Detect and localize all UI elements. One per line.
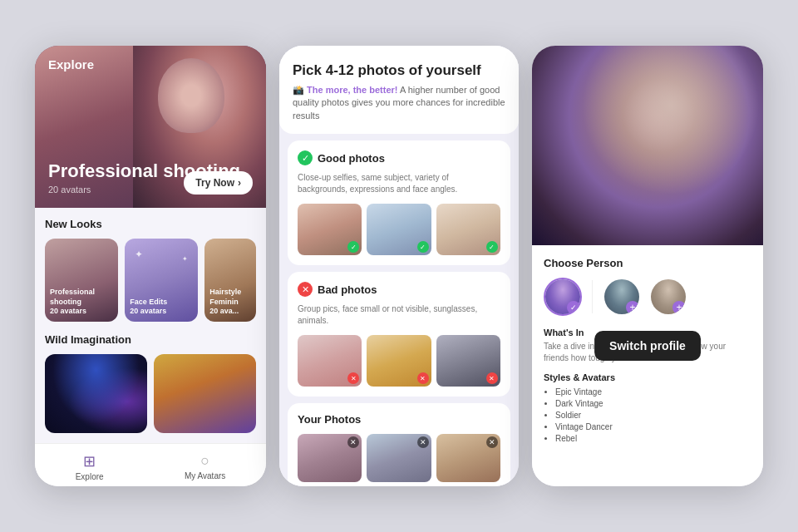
profile-face-image xyxy=(532,46,763,245)
remove-photo-3[interactable]: ✕ xyxy=(486,436,498,448)
choose-person-title: Choose Person xyxy=(544,257,751,269)
bad-photos-title: Bad photos xyxy=(318,283,377,296)
avatar-2-add: + xyxy=(626,301,639,314)
nav-my-avatars[interactable]: ○ My Avatars xyxy=(185,452,225,481)
your-photos-thumbs: ✕ ✕ ✕ xyxy=(298,434,500,482)
look-label-2: Face Edits 20 avatars xyxy=(130,298,167,317)
phones-container: Explore Professional shooting 20 avatars… xyxy=(18,29,780,503)
avatar-2[interactable]: + xyxy=(603,278,641,316)
styles-title: Styles & Avatars xyxy=(544,372,751,382)
arrow-icon: › xyxy=(238,177,241,189)
bad-check-2: ✕ xyxy=(417,372,429,384)
your-thumb-1[interactable]: ✕ xyxy=(298,434,362,482)
bad-photos-desc: Group pics, face small or not visible, s… xyxy=(298,303,500,327)
bad-thumb-3[interactable]: ✕ xyxy=(436,335,500,387)
phone3-profile: Choose Person ✓ + + xyxy=(532,46,763,486)
wild-grid xyxy=(45,354,256,433)
bad-photos-thumbs: ✕ ✕ ✕ xyxy=(298,335,500,387)
good-photos-desc: Close-up selfies, same subject, variety … xyxy=(298,172,500,195)
explore-nav-icon: ⊞ xyxy=(83,452,96,470)
remove-photo-1[interactable]: ✕ xyxy=(347,436,359,448)
good-thumb-1[interactable]: ✓ xyxy=(298,204,362,255)
avatar-1[interactable]: ✓ xyxy=(544,278,582,316)
your-photos-section: Your Photos ✕ ✕ ✕ xyxy=(288,403,510,486)
look-item-professional[interactable]: Professional shooting 20 avatars xyxy=(45,239,118,322)
phone3-hero xyxy=(532,46,763,245)
good-thumb-3[interactable]: ✓ xyxy=(436,204,500,255)
pick-header: Pick 4-12 photos of yourself 📸 The more,… xyxy=(279,46,519,134)
nav-explore-label: Explore xyxy=(76,472,104,481)
bad-thumb-2[interactable]: ✕ xyxy=(367,335,431,387)
phone2-inner: Pick 4-12 photos of yourself 📸 The more,… xyxy=(279,46,519,486)
wild-item-2[interactable] xyxy=(154,354,256,433)
whats-in-desc: Take a dive into the old Hollywood and s… xyxy=(544,341,751,364)
avatars-nav-icon: ○ xyxy=(200,452,209,470)
good-status-icon: ✓ xyxy=(298,150,313,165)
good-photos-thumbs: ✓ ✓ ✓ xyxy=(298,204,500,255)
remove-photo-2[interactable]: ✕ xyxy=(417,436,429,448)
style-item-5: Rebel xyxy=(555,434,751,443)
look-item-hairstyle[interactable]: Hairstyle Feminin 20 ava... xyxy=(204,239,256,322)
style-item-2: Dark Vintage xyxy=(555,399,751,408)
camera-icon: 📸 xyxy=(293,85,307,95)
styles-list: Epic Vintage Dark Vintage Soldier Vintag… xyxy=(544,387,751,443)
phone3-body: Choose Person ✓ + + xyxy=(532,245,763,486)
wild-imagination-section: Wild Imagination xyxy=(45,333,256,433)
nav-avatars-label: My Avatars xyxy=(185,471,225,480)
bad-photos-section: ✕ Bad photos Group pics, face small or n… xyxy=(288,272,510,397)
sparkle-icon-sm: ✦ xyxy=(182,255,188,263)
style-item-1: Epic Vintage xyxy=(555,387,751,397)
look-item-face-edits[interactable]: ✦ ✦ Face Edits 20 avatars xyxy=(125,239,198,322)
good-thumb-2[interactable]: ✓ xyxy=(367,204,431,255)
nav-explore[interactable]: ⊞ Explore xyxy=(76,452,104,481)
bad-photos-header: ✕ Bad photos xyxy=(298,282,500,297)
pick-subtitle: 📸 The more, the better! A higher number … xyxy=(293,84,505,122)
good-check-2: ✓ xyxy=(417,241,429,253)
sparkle-icon: ✦ xyxy=(135,249,143,260)
new-looks-grid: Professional shooting 20 avatars ✦ ✦ Fac… xyxy=(45,239,256,322)
good-photos-section: ✓ Good photos Close-up selfies, same sub… xyxy=(288,140,510,265)
good-photos-title: Good photos xyxy=(318,152,385,165)
phone1-explore: Explore Professional shooting 20 avatars… xyxy=(35,46,266,486)
wild-imagination-title: Wild Imagination xyxy=(45,333,256,346)
bad-check-1: ✕ xyxy=(347,372,359,384)
your-thumb-2[interactable]: ✕ xyxy=(367,434,431,482)
whats-in-label: What's In xyxy=(544,328,751,337)
bad-status-icon: ✕ xyxy=(298,282,313,297)
bad-check-3: ✕ xyxy=(486,372,498,384)
pick-title: Pick 4-12 photos of yourself xyxy=(293,62,505,79)
bad-thumb-1[interactable]: ✕ xyxy=(298,335,362,387)
avatar-3-add: + xyxy=(672,301,686,314)
good-check-1: ✓ xyxy=(347,241,359,253)
avatar-3[interactable]: + xyxy=(649,278,687,316)
divider xyxy=(592,280,593,313)
style-item-3: Soldier xyxy=(555,411,751,420)
pick-accent: The more, the better! xyxy=(307,85,397,95)
try-now-button[interactable]: Try Now › xyxy=(184,171,253,195)
good-photos-header: ✓ Good photos xyxy=(298,150,500,165)
good-check-3: ✓ xyxy=(486,241,498,253)
wild-item-1[interactable] xyxy=(45,354,147,433)
whats-in-section: What's In Switch profile Take a dive int… xyxy=(544,328,751,364)
look-label-1: Professional shooting 20 avatars xyxy=(50,288,118,317)
new-looks-title: New Looks xyxy=(45,218,256,230)
hero-section: Explore Professional shooting 20 avatars… xyxy=(35,46,266,208)
phone2-pick-photos: Pick 4-12 photos of yourself 📸 The more,… xyxy=(279,46,519,486)
phone1-body: New Looks Professional shooting 20 avata… xyxy=(35,208,266,443)
look-label-3: Hairstyle Feminin 20 ava... xyxy=(209,288,241,317)
try-now-label: Try Now xyxy=(195,177,234,189)
avatar-1-check: ✓ xyxy=(567,301,580,314)
style-item-4: Vintage Dancer xyxy=(555,422,751,431)
person-avatars-row: ✓ + + xyxy=(544,278,751,316)
explore-label: Explore xyxy=(48,57,94,71)
your-photos-title: Your Photos xyxy=(298,413,500,426)
your-thumb-3[interactable]: ✕ xyxy=(436,434,500,482)
bottom-nav: ⊞ Explore ○ My Avatars xyxy=(35,443,266,486)
